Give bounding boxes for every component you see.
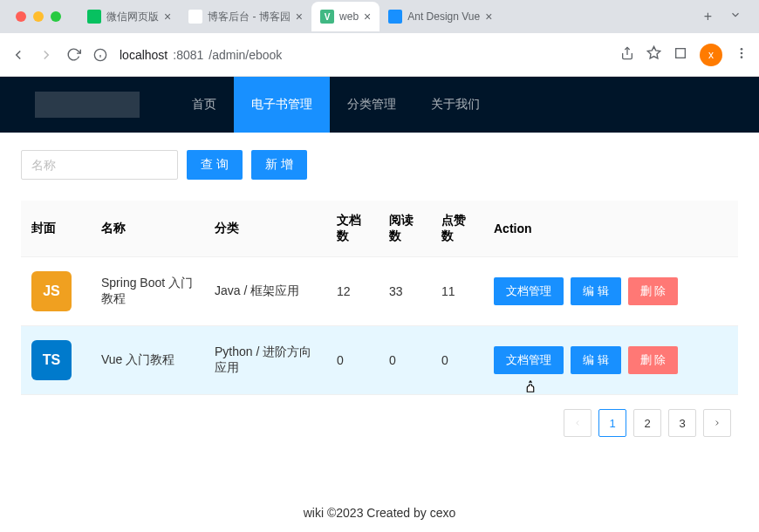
browser-tab-3[interactable]: Ant Design Vue× [380, 2, 501, 31]
tab-title: 微信网页版 [106, 10, 159, 24]
doc-manage-button[interactable]: 文档管理 [494, 277, 564, 305]
nav-item-2[interactable]: 分类管理 [330, 77, 414, 133]
url-path: /admin/ebook [209, 48, 282, 62]
page-number-3[interactable]: 3 [668, 409, 696, 437]
reload-button[interactable] [66, 47, 81, 62]
cell-name: Vue 入门教程 [91, 326, 204, 395]
browser-tab-0[interactable]: 微信网页版× [79, 2, 180, 31]
back-button[interactable] [10, 47, 26, 63]
traffic-lights [7, 11, 70, 22]
cover-image: JS [31, 271, 72, 311]
table-header: 分类 [204, 201, 326, 257]
main-content: 查 询 新 增 封面名称分类文档数阅读数点赞数Action JS Spring … [0, 133, 759, 494]
menu-icon[interactable] [735, 46, 749, 64]
cell-reads: 0 [379, 326, 431, 395]
table-header: 封面 [21, 201, 91, 257]
close-window-button[interactable] [16, 11, 26, 22]
expand-icon[interactable] [719, 9, 752, 24]
tab-favicon [87, 10, 101, 24]
tab-title: web [339, 10, 359, 23]
site-info-icon[interactable] [93, 48, 107, 62]
page-prev-button[interactable] [564, 409, 591, 437]
cell-docs: 12 [326, 257, 379, 326]
url-input[interactable]: localhost:8081/admin/ebook [120, 48, 608, 62]
cell-name: Spring Boot 入门教程 [91, 257, 204, 326]
svg-point-8 [741, 56, 743, 58]
browser-tab-1[interactable]: 博客后台 - 博客园× [180, 2, 311, 31]
app-content: 首页电子书管理分类管理关于我们 查 询 新 增 封面名称分类文档数阅读数点赞数A… [0, 77, 759, 532]
table-header: 名称 [91, 201, 204, 257]
pagination: 123 [21, 409, 738, 437]
svg-point-7 [741, 51, 743, 54]
new-tab-button[interactable]: + [697, 9, 719, 24]
svg-point-6 [741, 48, 743, 51]
page-number-2[interactable]: 2 [633, 409, 661, 437]
table-row: TS Vue 入门教程 Python / 进阶方向应用 0 0 0 文档管理 编… [21, 326, 738, 395]
tab-close-icon[interactable]: × [164, 10, 171, 24]
app-header: 首页电子书管理分类管理关于我们 [0, 77, 759, 133]
bookmark-icon[interactable] [646, 45, 661, 64]
logo-placeholder [35, 92, 140, 118]
address-bar: localhost:8081/admin/ebook x [0, 33, 759, 77]
maximize-window-button[interactable] [51, 11, 61, 22]
delete-button[interactable]: 删 除 [628, 277, 679, 305]
tab-favicon: V [320, 10, 334, 24]
tab-favicon [188, 10, 202, 24]
cell-category: Python / 进阶方向应用 [204, 326, 326, 395]
tab-favicon [388, 10, 402, 24]
minimize-window-button[interactable] [33, 11, 44, 22]
url-port: :8081 [173, 48, 203, 62]
page-next-button[interactable] [703, 409, 731, 437]
tab-bar: 微信网页版×博客后台 - 博客园×Vweb×Ant Design Vue× + [0, 0, 759, 33]
browser-tab-2[interactable]: Vweb× [311, 2, 380, 31]
footer-text: wiki ©2023 Created by cexo [0, 494, 759, 532]
table-header: 阅读数 [379, 201, 431, 257]
cell-category: Java / 框架应用 [204, 257, 326, 326]
edit-button[interactable]: 编 辑 [571, 277, 621, 305]
svg-rect-5 [676, 48, 686, 58]
toolbar: 查 询 新 增 [21, 150, 738, 180]
cell-likes: 11 [431, 257, 483, 326]
cell-reads: 33 [379, 257, 431, 326]
add-button[interactable]: 新 增 [251, 150, 307, 180]
tab-close-icon[interactable]: × [485, 10, 492, 24]
svg-marker-4 [647, 46, 660, 58]
cover-image: TS [31, 340, 72, 380]
browser-tabs: 微信网页版×博客后台 - 博客园×Vweb×Ant Design Vue× [79, 2, 697, 31]
edit-button[interactable]: 编 辑 [571, 346, 621, 374]
table-header: 文档数 [326, 201, 379, 257]
url-host: localhost [120, 48, 168, 62]
delete-button[interactable]: 删 除 [628, 346, 679, 374]
share-icon[interactable] [620, 46, 634, 64]
table-header: Action [483, 201, 738, 257]
address-bar-actions: x [620, 44, 749, 66]
user-avatar[interactable]: x [700, 44, 722, 66]
tab-title: Ant Design Vue [407, 10, 480, 23]
nav-item-3[interactable]: 关于我们 [414, 77, 497, 133]
ebook-table: 封面名称分类文档数阅读数点赞数Action JS Spring Boot 入门教… [21, 201, 738, 395]
page-number-1[interactable]: 1 [598, 409, 626, 437]
nav-item-1[interactable]: 电子书管理 [234, 77, 330, 133]
nav-item-0[interactable]: 首页 [174, 77, 234, 133]
tab-title: 博客后台 - 博客园 [208, 10, 291, 24]
doc-manage-button[interactable]: 文档管理 [494, 346, 564, 374]
browser-chrome: 微信网页版×博客后台 - 博客园×Vweb×Ant Design Vue× + … [0, 0, 759, 77]
extensions-icon[interactable] [674, 46, 687, 64]
cell-likes: 0 [431, 326, 483, 395]
search-input[interactable] [21, 150, 178, 180]
query-button[interactable]: 查 询 [187, 150, 243, 180]
tab-close-icon[interactable]: × [296, 10, 303, 24]
table-row: JS Spring Boot 入门教程 Java / 框架应用 12 33 11… [21, 257, 738, 326]
forward-button[interactable] [38, 47, 54, 63]
table-header: 点赞数 [431, 201, 483, 257]
cell-docs: 0 [326, 326, 379, 395]
tab-close-icon[interactable]: × [364, 10, 371, 24]
